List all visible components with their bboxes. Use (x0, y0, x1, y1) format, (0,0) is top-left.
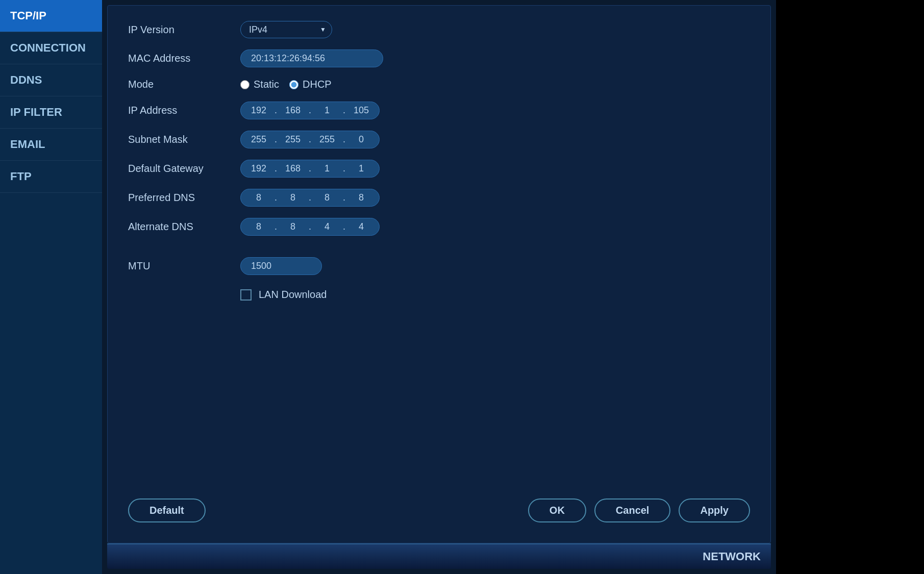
ip-dot-3: . (343, 105, 345, 116)
dhcp-radio-label[interactable]: DHCP (289, 79, 332, 90)
mac-address-input[interactable] (240, 49, 383, 67)
subnet-mask-label: Subnet Mask (128, 134, 240, 145)
bottom-bar: NETWORK (107, 543, 771, 569)
default-gateway-row: Default Gateway . . . (128, 160, 750, 178)
ip-address-label: IP Address (128, 105, 240, 116)
lan-download-checkbox-row: LAN Download (240, 289, 327, 301)
alternate-dns-label: Alternate DNS (128, 221, 240, 233)
ip-version-select[interactable]: IPv4 IPv6 (240, 21, 332, 38)
spacer (128, 247, 750, 257)
static-radio[interactable] (240, 80, 249, 89)
preferred-dns-row: Preferred DNS . . . (128, 189, 750, 207)
subnet-dot-1: . (274, 134, 277, 145)
gateway-octet-1[interactable] (246, 163, 271, 174)
gateway-octet-3[interactable] (314, 163, 340, 174)
preferred-dns-dot-2: . (309, 192, 311, 203)
subnet-mask-row: Subnet Mask . . . (128, 131, 750, 148)
sidebar: TCP/IP CONNECTION DDNS IP FILTER EMAIL F… (0, 0, 102, 574)
mac-address-label: MAC Address (128, 53, 240, 64)
alternate-dns-octet-3[interactable] (314, 221, 340, 232)
subnet-dot-2: . (309, 134, 311, 145)
subnet-mask-field: . . . (240, 131, 380, 148)
default-button[interactable]: Default (128, 498, 206, 522)
alternate-dns-row: Alternate DNS . . . (128, 218, 750, 236)
ip-dot-1: . (274, 105, 277, 116)
mac-address-row: MAC Address (128, 49, 750, 67)
content-panel: IP Version IPv4 IPv6 MAC Address Mode (107, 5, 771, 543)
subnet-octet-4[interactable] (348, 134, 374, 145)
mode-row: Mode Static DHCP (128, 79, 750, 90)
ip-octet-4[interactable] (348, 105, 374, 116)
mode-label: Mode (128, 79, 240, 90)
static-radio-label[interactable]: Static (240, 79, 279, 90)
preferred-dns-octet-3[interactable] (314, 192, 340, 203)
sidebar-item-email[interactable]: EMAIL (0, 129, 102, 161)
gateway-dot-1: . (274, 163, 277, 174)
ip-version-row: IP Version IPv4 IPv6 (128, 21, 750, 38)
content-wrapper: IP Version IPv4 IPv6 MAC Address Mode (102, 0, 776, 574)
subnet-octet-1[interactable] (246, 134, 271, 145)
button-row: Default OK Cancel Apply (128, 488, 750, 528)
ip-octet-2[interactable] (280, 105, 306, 116)
network-label: NETWORK (703, 550, 761, 563)
default-gateway-field: . . . (240, 160, 380, 178)
ip-version-label: IP Version (128, 24, 240, 36)
sidebar-item-tcpip[interactable]: TCP/IP (0, 0, 102, 32)
alternate-dns-octet-2[interactable] (280, 221, 306, 232)
alternate-dns-dot-1: . (274, 221, 277, 232)
sidebar-item-ftp[interactable]: FTP (0, 161, 102, 193)
mtu-row: MTU (128, 257, 750, 275)
sidebar-item-ipfilter[interactable]: IP FILTER (0, 96, 102, 129)
gateway-dot-2: . (309, 163, 311, 174)
ip-address-field: . . . (240, 102, 380, 119)
ok-button[interactable]: OK (528, 498, 586, 522)
ip-version-dropdown-wrapper: IPv4 IPv6 (240, 21, 332, 38)
subnet-octet-3[interactable] (314, 134, 340, 145)
preferred-dns-octet-4[interactable] (348, 192, 374, 203)
sidebar-item-ddns[interactable]: DDNS (0, 64, 102, 96)
preferred-dns-octet-2[interactable] (280, 192, 306, 203)
lan-download-checkbox[interactable] (240, 289, 252, 301)
mtu-label: MTU (128, 260, 240, 272)
ip-octet-3[interactable] (314, 105, 340, 116)
alternate-dns-dot-3: . (343, 221, 345, 232)
preferred-dns-field: . . . (240, 189, 380, 207)
preferred-dns-octet-1[interactable] (246, 192, 271, 203)
lan-download-row: LAN Download (128, 286, 750, 301)
form-section: IP Version IPv4 IPv6 MAC Address Mode (128, 21, 750, 488)
preferred-dns-dot-3: . (343, 192, 345, 203)
lan-download-label: LAN Download (259, 289, 327, 301)
subnet-octet-2[interactable] (280, 134, 306, 145)
default-gateway-label: Default Gateway (128, 163, 240, 174)
sidebar-item-connection[interactable]: CONNECTION (0, 32, 102, 64)
action-buttons: OK Cancel Apply (528, 498, 750, 522)
alternate-dns-field: . . . (240, 218, 380, 236)
gateway-octet-2[interactable] (280, 163, 306, 174)
subnet-dot-3: . (343, 134, 345, 145)
preferred-dns-label: Preferred DNS (128, 192, 240, 204)
preferred-dns-dot-1: . (274, 192, 277, 203)
cancel-button[interactable]: Cancel (594, 498, 671, 522)
alternate-dns-octet-4[interactable] (348, 221, 374, 232)
dhcp-radio[interactable] (289, 80, 298, 89)
alternate-dns-dot-2: . (309, 221, 311, 232)
alternate-dns-octet-1[interactable] (246, 221, 271, 232)
mtu-input[interactable] (240, 257, 322, 275)
ip-address-row: IP Address . . . (128, 102, 750, 119)
gateway-dot-3: . (343, 163, 345, 174)
ip-dot-2: . (309, 105, 311, 116)
ip-octet-1[interactable] (246, 105, 271, 116)
gateway-octet-4[interactable] (348, 163, 374, 174)
apply-button[interactable]: Apply (679, 498, 750, 522)
mode-group: Static DHCP (240, 79, 347, 90)
right-dark-area (776, 0, 924, 574)
